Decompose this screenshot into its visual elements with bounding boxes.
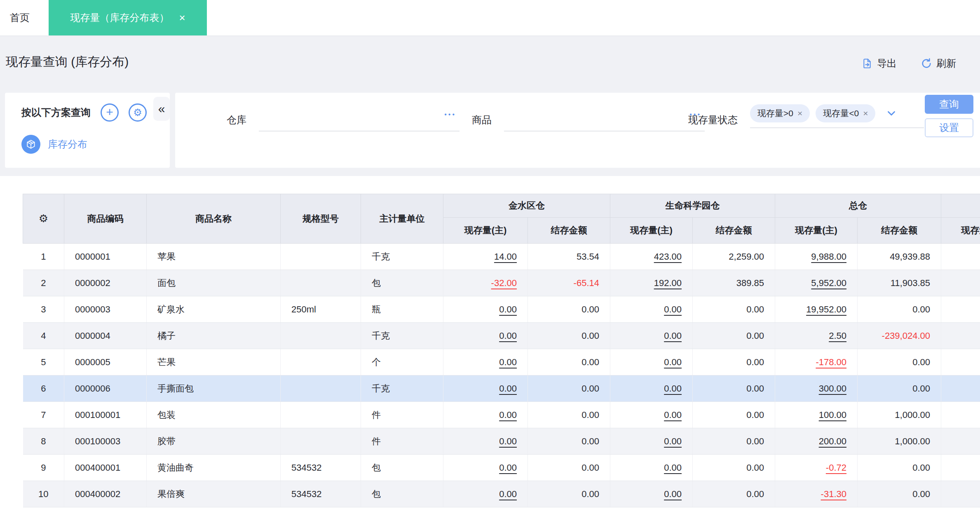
qty-link[interactable]: 0.00 (499, 410, 517, 420)
qty-link[interactable]: -31.30 (821, 489, 846, 499)
column-settings-icon[interactable]: ⚙ (39, 212, 48, 225)
column-header-3: 主计量单位 (361, 194, 443, 244)
qty-link[interactable]: 0.00 (499, 436, 517, 446)
qty-link[interactable]: 423.00 (654, 251, 682, 262)
cell-value: 0.00 (858, 296, 941, 323)
cell-value: 0.00 (610, 296, 693, 323)
qty-link[interactable]: 0.00 (499, 304, 517, 314)
qty-link[interactable]: 0.00 (664, 462, 682, 473)
qty-link[interactable]: 0.00 (499, 489, 517, 499)
table-row[interactable]: 50000005芒果个0.000.000.000.00-178.000.00 (23, 349, 980, 375)
qty-link[interactable]: 0.00 (664, 410, 682, 420)
amount-value: 0.00 (912, 489, 930, 499)
qty-link[interactable]: 0.00 (499, 383, 517, 394)
cell-value: 14.00 (443, 244, 528, 270)
qty-link[interactable]: 0.00 (664, 331, 682, 341)
export-button[interactable]: 导出 (861, 57, 897, 70)
scheme-item-inventory-distribution[interactable]: 库存分布 (21, 135, 170, 154)
table-row[interactable]: 30000003矿泉水250ml瓶0.000.000.000.0019,952.… (23, 296, 980, 323)
qty-link[interactable]: 100.00 (819, 410, 846, 420)
chevron-down-icon[interactable] (885, 107, 898, 120)
amount-value: 49,939.88 (890, 251, 930, 262)
cell-unit: 包 (361, 481, 443, 507)
cell-unit: 包 (361, 270, 443, 296)
amount-value: 0.00 (746, 331, 764, 341)
column-header-2: 规格型号 (281, 194, 361, 244)
qty-link[interactable]: 300.00 (819, 383, 846, 394)
qty-link[interactable]: 9,988.00 (811, 251, 846, 262)
qty-link[interactable]: 19,952.00 (806, 304, 846, 314)
cell-value: 0.00 (528, 323, 610, 349)
qty-link[interactable]: 192.00 (654, 278, 682, 288)
status-tag-negative[interactable]: 现存量<0 × (816, 104, 875, 122)
table-row[interactable]: 20000002面包包-32.00-65.14192.00389.855,952… (23, 270, 980, 296)
cell-value: 0.00 (693, 349, 775, 375)
collapse-panel-button[interactable]: « (153, 97, 170, 121)
amount-value: -65.14 (574, 278, 599, 288)
query-button[interactable]: 查询 (925, 95, 973, 114)
tag-close-icon[interactable]: × (863, 108, 868, 118)
amount-value: 0.00 (581, 357, 599, 367)
row-index: 10 (23, 481, 64, 507)
cell-value: 389.85 (693, 270, 775, 296)
qty-link[interactable]: 0.00 (499, 357, 517, 367)
qty-link[interactable]: 0.00 (664, 489, 682, 499)
qty-link[interactable]: -32.00 (491, 278, 517, 288)
qty-link[interactable]: 0.00 (664, 304, 682, 314)
tab-close-icon[interactable]: × (179, 12, 185, 23)
tab-home[interactable]: 首页 (0, 0, 40, 35)
cell-value: 0.00 (528, 481, 610, 507)
cell-value: -178.00 (775, 349, 858, 375)
table-row[interactable]: 9000400001黄油曲奇534532包0.000.000.000.00-0.… (23, 455, 980, 481)
table-row[interactable]: 7000100001包装件0.000.000.000.00100.001,000… (23, 402, 980, 428)
scheme-settings-button[interactable]: ⚙ (129, 103, 147, 122)
qty-link[interactable]: 0.00 (664, 357, 682, 367)
table-scroll-area[interactable]: ⚙商品编码商品名称规格型号主计量单位金水区仓生命科学园仓总仓现存量(主)结存金额… (23, 194, 980, 507)
amount-value: 0.00 (581, 489, 599, 499)
cell-value: 0.00 (443, 455, 528, 481)
cell-unit: 瓶 (361, 296, 443, 323)
row-index: 7 (23, 402, 64, 428)
amount-value: 0.00 (581, 331, 599, 341)
cell-unit: 千克 (361, 244, 443, 270)
qty-link[interactable]: 14.00 (494, 251, 517, 262)
warehouse-input[interactable]: ••• (259, 110, 460, 131)
table-row[interactable]: 10000001苹果千克14.0053.54423.002,259.009,98… (23, 244, 980, 270)
add-scheme-button[interactable]: + (101, 103, 119, 122)
qty-link[interactable]: 0.00 (664, 436, 682, 446)
cell-value (941, 349, 980, 375)
warehouse-more-button[interactable]: ••• (444, 111, 456, 118)
qty-link[interactable]: -0.72 (826, 462, 846, 473)
cell-value (941, 244, 980, 270)
qty-link[interactable]: 5,952.00 (811, 278, 846, 288)
row-index: 5 (23, 349, 64, 375)
qty-link[interactable]: 2.50 (829, 331, 846, 341)
cell-unit: 千克 (361, 375, 443, 402)
qty-link[interactable]: 0.00 (664, 383, 682, 394)
tab-bar: 首页 现存量（库存分布表） × (0, 0, 980, 36)
amount-value: 0.00 (581, 383, 599, 394)
tag-close-icon[interactable]: × (797, 108, 802, 118)
table-row[interactable]: 40000004橘子千克0.000.000.000.002.50-239,024… (23, 323, 980, 349)
sub-header-3-0: 现存量(主) (941, 218, 980, 244)
product-input[interactable]: ••• (504, 110, 705, 131)
qty-link[interactable]: 0.00 (499, 462, 517, 473)
cell-value (941, 375, 980, 402)
cell-spec (281, 402, 361, 428)
status-tag-positive[interactable]: 现存量>0 × (750, 104, 810, 122)
settings-button[interactable]: 设置 (925, 118, 973, 137)
tab-active-inventory[interactable]: 现存量（库存分布表） × (49, 0, 207, 35)
qty-link[interactable]: 0.00 (499, 331, 517, 341)
qty-link[interactable]: -178.00 (816, 357, 846, 367)
table-row[interactable]: 10000400002果倍爽534532包0.000.000.000.00-31… (23, 481, 980, 507)
cell-name: 黄油曲奇 (147, 455, 281, 481)
table-row[interactable]: 60000006手撕面包千克0.000.000.000.00300.000.00 (23, 375, 980, 402)
refresh-button[interactable]: 刷新 (921, 57, 956, 70)
cell-name: 芒果 (147, 349, 281, 375)
status-input[interactable]: 现存量>0 × 现存量<0 × (750, 104, 924, 128)
amount-value: 0.00 (746, 489, 764, 499)
cell-value: 0.00 (443, 349, 528, 375)
page-title: 现存量查询 (库存分布) (6, 54, 129, 70)
qty-link[interactable]: 200.00 (819, 436, 846, 446)
table-row[interactable]: 8000100003胶带件0.000.000.000.00200.001,000… (23, 428, 980, 455)
